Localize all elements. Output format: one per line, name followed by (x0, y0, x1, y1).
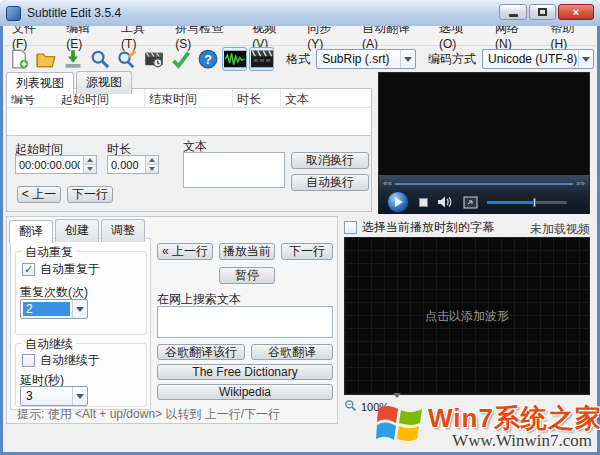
chevron-down-icon (72, 300, 87, 318)
column-header-text[interactable]: 文本 (281, 89, 371, 107)
auto-continue-checkbox-label: 自动继续于 (40, 352, 100, 369)
repeat-count-select[interactable]: 2 (20, 299, 88, 319)
video-player: «« »» (378, 72, 590, 214)
free-dictionary-button[interactable]: The Free Dictionary (157, 364, 333, 380)
auto-continue-group-label: 自动继续 (22, 336, 76, 353)
waveform-area[interactable]: 点击以添加波形 (344, 237, 590, 395)
format-label: 格式 (286, 51, 310, 68)
stop-button[interactable] (419, 198, 428, 207)
seek-forward-icon[interactable]: »» (576, 180, 585, 188)
visual-sync-button[interactable] (141, 47, 166, 71)
start-time-field[interactable] (15, 155, 97, 174)
select-current-subtitle-label: 选择当前播放时刻的字幕 (362, 219, 494, 236)
repeat-count-value: 2 (23, 302, 70, 316)
chevron-down-icon (72, 387, 87, 405)
minimize-button[interactable] (499, 4, 527, 20)
pause-button[interactable]: 暂停 (219, 267, 275, 284)
auto-repeat-checkbox-row[interactable]: ✓ 自动重复于 (22, 261, 100, 278)
google-translate-line-button[interactable]: 谷歌翻译该行 (157, 344, 245, 360)
translate-prev-line-button[interactable]: « 上一行 (157, 243, 213, 260)
shortcut-hint: 提示: 使用 <Alt + up/down> 以转到 上一行/下一行 (17, 406, 280, 423)
waveform-zoom-bar: 100% (344, 398, 590, 416)
previous-line-button[interactable]: < 上一 (17, 186, 61, 203)
title-bar[interactable]: Subtitle Edit 3.5.4 × (0, 0, 600, 26)
duration-input[interactable] (108, 156, 145, 173)
volume-button[interactable] (437, 195, 453, 213)
seek-bar[interactable]: «« »» (383, 180, 585, 188)
translate-panel: 自动重复 ✓ 自动重复于 重复次数(次) 2 自动继续 自动继续于 延时(秒) (6, 216, 338, 424)
fullscreen-button[interactable] (463, 195, 478, 213)
subtitle-grid[interactable]: 编号 起始时间 结束时间 时长 文本 (7, 89, 371, 136)
video-clapper-icon (251, 50, 273, 68)
replace-button[interactable] (114, 47, 139, 71)
search-online-input[interactable] (157, 306, 333, 338)
auto-repeat-checkbox-label: 自动重复于 (40, 261, 100, 278)
auto-continue-checkbox-row[interactable]: 自动继续于 (22, 352, 100, 369)
unbreak-button[interactable]: 取消换行 (291, 152, 369, 169)
waveform-toggle-button[interactable] (222, 47, 247, 71)
google-translate-button[interactable]: 谷歌翻译 (251, 344, 333, 360)
start-time-stepper[interactable] (83, 156, 96, 173)
maximize-button[interactable] (529, 4, 556, 20)
video-control-bar: «« »» (379, 175, 589, 214)
zoom-dropdown[interactable] (393, 398, 401, 416)
new-file-icon (9, 49, 29, 69)
svg-text:?: ? (204, 53, 212, 67)
spell-check-button[interactable] (168, 47, 193, 71)
chevron-down-icon (400, 50, 415, 68)
encoding-label: 编码方式 (428, 51, 476, 68)
wikipedia-button[interactable]: Wikipedia (157, 384, 333, 400)
watermark-url: Www.Winwin7.com (452, 431, 592, 451)
save-button[interactable] (60, 47, 85, 71)
video-screen[interactable] (379, 73, 589, 175)
find-button[interactable] (87, 47, 112, 71)
duration-stepper[interactable] (145, 156, 158, 173)
tab-adjust[interactable]: 调整 (101, 219, 145, 242)
auto-continue-checkbox[interactable] (22, 354, 35, 367)
encoding-select[interactable]: Unicode (UTF-8) (482, 49, 594, 69)
app-window: Subtitle Edit 3.5.4 × 文件(F) 编辑(E) 工具(T) … (0, 0, 600, 455)
tab-list-view[interactable]: 列表视图 (6, 72, 74, 95)
delay-select[interactable]: 3 (20, 386, 88, 406)
volume-slider[interactable] (487, 201, 567, 204)
play-button[interactable] (387, 191, 409, 213)
subtitle-text-area[interactable] (183, 152, 285, 188)
auto-repeat-checkbox[interactable]: ✓ (22, 263, 35, 276)
new-file-button[interactable] (6, 47, 31, 71)
visual-sync-icon (144, 49, 164, 69)
play-current-button[interactable]: 播放当前 (219, 243, 275, 260)
waveform-icon (224, 50, 246, 68)
auto-continue-group: 自动继续 自动继续于 延时(秒) 3 (15, 343, 147, 407)
duration-field[interactable] (107, 155, 159, 174)
video-toggle-button[interactable] (249, 47, 274, 71)
translate-next-line-button[interactable]: 下一行 (281, 243, 333, 260)
fullscreen-icon (463, 195, 478, 212)
mode-tabs: 翻译 创建 调整 (9, 219, 145, 242)
check-icon: ✓ (24, 264, 33, 275)
column-header-end-time[interactable]: 结束时间 (145, 89, 233, 107)
column-header-duration[interactable]: 时长 (233, 89, 281, 107)
help-button[interactable]: ? (195, 47, 220, 71)
tab-create[interactable]: 创建 (55, 219, 99, 242)
waveform-hint-text: 点击以添加波形 (425, 308, 509, 325)
zoom-icon (344, 398, 357, 416)
close-button[interactable]: × (558, 4, 594, 20)
start-time-input[interactable] (16, 156, 83, 173)
translate-tab-card: 自动重复 ✓ 自动重复于 重复次数(次) 2 自动继续 自动继续于 延时(秒) (10, 238, 151, 410)
tab-translate[interactable]: 翻译 (9, 220, 53, 243)
chevron-down-icon (578, 50, 593, 68)
search-icon (90, 49, 110, 69)
maximize-icon (538, 8, 547, 16)
auto-repeat-group: 自动重复 ✓ 自动重复于 重复次数(次) 2 (15, 251, 147, 335)
seek-back-icon[interactable]: «« (383, 180, 392, 188)
select-current-subtitle-checkbox[interactable] (344, 221, 357, 234)
zoom-level-value: 100% (361, 401, 389, 413)
select-current-subtitle-row[interactable]: 选择当前播放时刻的字幕 (344, 219, 494, 236)
tab-source-view[interactable]: 源视图 (76, 71, 132, 94)
autobreak-button[interactable]: 自动换行 (291, 174, 369, 191)
open-file-button[interactable] (33, 47, 58, 71)
format-select[interactable]: SubRip (.srt) (316, 49, 416, 69)
save-icon (63, 49, 83, 69)
next-line-button[interactable]: 下一行 (67, 186, 113, 203)
menu-bar: 文件(F) 编辑(E) 工具(T) 拼写检查(S) 视频(V) 同步(Y) 自动… (3, 26, 597, 46)
